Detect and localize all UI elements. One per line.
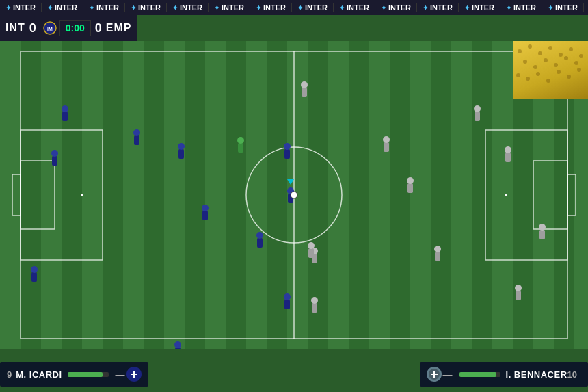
sponsor-banner: ✦ INTER ✦ INTER ✦ INTER ✦ INTER ✦ INTER …: [0, 0, 588, 15]
score-away: 0: [95, 21, 102, 36]
match-timer: 0:00: [59, 20, 91, 36]
svg-point-67: [528, 44, 532, 49]
svg-rect-37: [284, 300, 290, 309]
svg-rect-59: [312, 303, 317, 313]
svg-point-52: [434, 246, 441, 252]
sponsor-item: ✦ INTER: [542, 3, 584, 12]
svg-point-73: [523, 60, 527, 64]
away-player-icon: [427, 367, 442, 382]
sponsor-item: ✦ INTER: [42, 3, 83, 12]
svg-rect-53: [539, 230, 545, 239]
sponsor-item: ✦ INTER: [417, 3, 459, 12]
svg-point-70: [559, 53, 563, 57]
svg-point-31: [256, 232, 263, 239]
svg-point-69: [548, 46, 552, 50]
sponsor-item: ✦ INTER: [292, 3, 334, 12]
team-home-label: INT: [5, 22, 25, 34]
svg-point-71: [569, 47, 573, 51]
football-pitch: [0, 41, 588, 349]
svg-point-56: [515, 285, 522, 291]
svg-point-81: [536, 72, 540, 76]
svg-point-44: [383, 136, 390, 143]
svg-text:IM: IM: [47, 27, 53, 31]
sponsor-item: ✦ INTER: [459, 3, 500, 12]
svg-rect-30: [257, 238, 263, 248]
svg-point-85: [577, 68, 581, 72]
svg-rect-28: [202, 211, 208, 220]
home-player-icon: [126, 367, 142, 382]
svg-point-42: [301, 81, 308, 88]
home-player-name: M. ICARDI: [16, 369, 62, 380]
score-box: INT 0 IM 0:00 0 EMP: [0, 15, 137, 41]
svg-point-64: [237, 137, 244, 144]
bottom-hud: 9 M. ICARDI — — I. BENN: [0, 354, 588, 392]
svg-point-83: [557, 70, 561, 74]
svg-point-77: [564, 56, 568, 60]
svg-point-21: [51, 150, 58, 157]
sponsor-item: ✦ INTER: [209, 3, 250, 12]
svg-rect-35: [284, 149, 290, 159]
svg-rect-22: [31, 272, 37, 282]
sponsor-item: ✦ INTER: [0, 3, 42, 12]
svg-point-27: [178, 143, 185, 150]
svg-point-17: [505, 194, 507, 196]
svg-point-65: [291, 192, 297, 198]
svg-rect-88: [133, 371, 135, 378]
svg-rect-43: [384, 142, 389, 152]
home-stamina-bar-fill: [68, 372, 103, 377]
svg-rect-55: [516, 291, 521, 300]
svg-point-66: [518, 49, 522, 53]
home-player-card: 9 M. ICARDI —: [0, 362, 148, 387]
svg-point-48: [505, 146, 511, 153]
svg-rect-51: [435, 252, 440, 261]
team-logo: IM: [43, 21, 57, 35]
svg-rect-61: [308, 248, 314, 258]
svg-point-78: [574, 61, 578, 65]
svg-point-23: [31, 266, 38, 273]
svg-point-80: [526, 77, 530, 81]
svg-rect-26: [178, 149, 184, 159]
svg-point-25: [133, 129, 140, 136]
svg-point-75: [544, 58, 548, 62]
sponsor-item: ✦ INTER: [334, 3, 375, 12]
svg-point-54: [539, 224, 546, 231]
home-stamina-bar-bg: [68, 372, 109, 377]
home-player-number: 9: [7, 369, 12, 380]
away-player-card: — I. BENNACER 10: [420, 362, 588, 387]
away-stamina-bar-bg: [459, 372, 500, 377]
svg-point-60: [311, 297, 318, 304]
svg-point-76: [554, 63, 558, 67]
sponsor-item: ✦ INTER: [125, 3, 167, 12]
score-bar: INT 0 IM 0:00 0 EMP: [0, 15, 588, 41]
sponsor-item: ✦ INTER: [375, 3, 417, 12]
svg-point-46: [474, 105, 481, 112]
svg-point-29: [202, 205, 209, 211]
away-player-number: 10: [567, 369, 577, 380]
svg-rect-47: [505, 153, 511, 162]
svg-rect-24: [134, 135, 139, 145]
svg-rect-18: [62, 112, 68, 121]
svg-point-79: [516, 73, 520, 77]
sponsor-item: ✦ INTER: [500, 3, 542, 12]
svg-point-40: [174, 341, 181, 348]
minus-icon: —: [116, 369, 125, 380]
svg-point-38: [284, 293, 291, 300]
svg-point-62: [308, 242, 315, 249]
svg-point-72: [579, 54, 583, 58]
svg-point-68: [538, 51, 542, 55]
svg-point-82: [546, 79, 550, 83]
svg-rect-41: [302, 88, 307, 97]
sponsor-item: ✦ INTER: [83, 3, 125, 12]
team-away-label: EMP: [106, 22, 132, 34]
sponsor-item: ✦ INTER: [167, 3, 209, 12]
svg-point-50: [407, 177, 414, 184]
svg-point-19: [62, 105, 68, 112]
svg-rect-49: [407, 183, 413, 193]
away-player-name: I. BENNACER: [506, 369, 567, 380]
svg-point-74: [533, 65, 537, 69]
minus-icon-away: —: [443, 369, 453, 380]
crowd-section: [513, 41, 588, 99]
away-stamina-bar-fill: [459, 372, 496, 377]
svg-rect-63: [238, 143, 243, 153]
svg-rect-91: [433, 371, 435, 378]
